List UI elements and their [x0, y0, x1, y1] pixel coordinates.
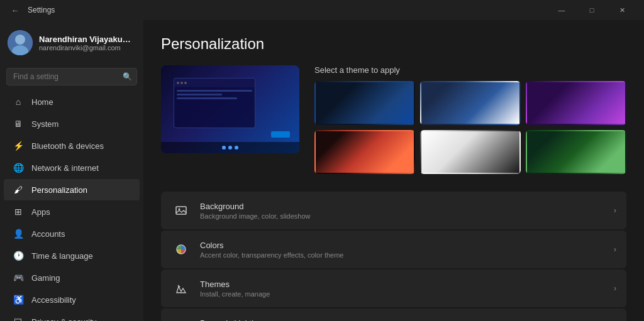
dynamic-lighting-name: Dynamic Lighting	[200, 318, 614, 322]
themes-desc: Install, create, manage	[200, 290, 614, 298]
network-icon: 🌐	[13, 162, 24, 173]
sidebar-item-label-personalization: Personalization	[31, 185, 87, 195]
preview-line	[177, 94, 222, 95]
back-button[interactable]: ←	[8, 3, 23, 18]
preview-line	[177, 90, 252, 92]
theme-option-2[interactable]	[420, 81, 521, 125]
preview-window	[174, 78, 255, 128]
gaming-icon: 🎮	[13, 272, 24, 283]
theme-option-1[interactable]	[314, 81, 415, 125]
accounts-icon: 👤	[13, 228, 24, 239]
preview-titlebar	[174, 79, 255, 87]
close-button[interactable]: ✕	[608, 0, 636, 20]
sidebar-item-privacy[interactable]: 🛡Privacy & security	[4, 311, 140, 321]
svg-point-4	[179, 209, 180, 210]
themes-name: Themes	[200, 280, 614, 289]
background-name: Background	[200, 202, 614, 211]
search-input[interactable]	[6, 68, 137, 85]
sidebar-item-label-apps: Apps	[31, 207, 50, 217]
titlebar: ← Settings — □ ✕	[0, 0, 644, 20]
colors-text: ColorsAccent color, transparency effects…	[200, 241, 614, 259]
colors-desc: Accent color, transparency effects, colo…	[200, 251, 614, 259]
sidebar-item-apps[interactable]: ⊞Apps	[4, 201, 140, 222]
sidebar-item-home[interactable]: ⌂Home	[4, 91, 140, 112]
bluetooth-icon: ⚡	[13, 140, 24, 151]
user-email: narendiranviki@gmail.com	[39, 44, 136, 52]
search-box[interactable]: 🔍	[6, 68, 137, 85]
svg-point-1	[15, 35, 25, 45]
apps-icon: ⊞	[13, 206, 24, 217]
search-icon: 🔍	[123, 72, 132, 81]
theme-select-label: Select a theme to apply	[314, 65, 626, 75]
sidebar-item-bluetooth[interactable]: ⚡Bluetooth & devices	[4, 135, 140, 156]
sidebar-item-personalization[interactable]: 🖌Personalization	[4, 179, 140, 200]
user-name: Narendhiran Vijayakumar	[39, 35, 136, 44]
sidebar-item-label-bluetooth: Bluetooth & devices	[31, 141, 104, 151]
taskbar-dot	[235, 146, 238, 150]
theme-section: Select a theme to apply	[161, 65, 626, 174]
user-profile[interactable]: Narendhiran Vijayakumar narendiranviki@g…	[0, 20, 143, 65]
preview-content	[174, 87, 255, 104]
background-icon	[171, 200, 191, 220]
preview-dot	[177, 82, 179, 84]
sidebar-item-label-network: Network & internet	[31, 163, 99, 173]
settings-item-colors[interactable]: ColorsAccent color, transparency effects…	[161, 231, 626, 268]
window-controls: — □ ✕	[547, 0, 636, 20]
taskbar-dot	[222, 146, 226, 150]
sidebar-item-label-gaming: Gaming	[31, 273, 60, 283]
theme-option-5[interactable]	[420, 130, 521, 174]
user-info: Narendhiran Vijayakumar narendiranviki@g…	[39, 35, 136, 52]
titlebar-title: Settings	[28, 6, 55, 14]
settings-item-background[interactable]: BackgroundBackground image, color, slide…	[161, 192, 626, 229]
themes-icon	[171, 278, 191, 298]
maximize-button[interactable]: □	[577, 0, 606, 20]
time-icon: 🕐	[13, 250, 24, 261]
colors-icon	[171, 239, 191, 259]
themes-text: ThemesInstall, create, manage	[200, 280, 614, 298]
preview-dot	[184, 82, 187, 84]
preview-taskbar	[161, 142, 299, 153]
taskbar-dot	[228, 146, 232, 150]
current-theme-preview	[161, 65, 299, 153]
svg-rect-3	[176, 207, 186, 214]
content-area: Personalization	[143, 20, 644, 321]
sidebar: Narendhiran Vijayakumar narendiranviki@g…	[0, 20, 143, 321]
sidebar-item-accounts[interactable]: 👤Accounts	[4, 223, 140, 244]
sidebar-item-network[interactable]: 🌐Network & internet	[4, 157, 140, 178]
background-desc: Background image, color, slideshow	[200, 212, 614, 220]
settings-list: BackgroundBackground image, color, slide…	[161, 192, 626, 321]
colors-chevron-icon: ›	[614, 245, 616, 254]
accessibility-icon: ♿	[13, 294, 24, 305]
colors-name: Colors	[200, 241, 614, 250]
system-icon: 🖥	[13, 118, 24, 129]
sidebar-item-label-home: Home	[31, 97, 53, 107]
personalization-icon: 🖌	[13, 184, 24, 195]
sidebar-item-label-time: Time & language	[31, 251, 93, 261]
main-layout: Narendhiran Vijayakumar narendiranviki@g…	[0, 20, 644, 321]
theme-option-4[interactable]	[314, 130, 415, 174]
sidebar-item-time[interactable]: 🕐Time & language	[4, 245, 140, 266]
avatar	[8, 30, 33, 55]
sidebar-item-label-accessibility: Accessibility	[31, 295, 76, 305]
minimize-button[interactable]: —	[547, 0, 576, 20]
nav-list: ⌂Home🖥System⚡Bluetooth & devices🌐Network…	[0, 90, 143, 321]
background-chevron-icon: ›	[614, 206, 616, 215]
sidebar-item-label-system: System	[31, 119, 58, 129]
theme-option-3[interactable]	[526, 81, 626, 125]
privacy-icon: 🛡	[13, 316, 24, 321]
preview-line	[177, 97, 237, 99]
sidebar-item-system[interactable]: 🖥System	[4, 113, 140, 134]
preview-button	[271, 131, 290, 138]
page-title: Personalization	[161, 35, 626, 53]
theme-selection: Select a theme to apply	[314, 65, 626, 174]
settings-item-themes[interactable]: ThemesInstall, create, manage›	[161, 269, 626, 307]
sidebar-item-label-accounts: Accounts	[31, 229, 65, 239]
sidebar-item-label-privacy: Privacy & security	[31, 317, 96, 322]
home-icon: ⌂	[13, 96, 24, 107]
preview-dot	[180, 82, 183, 84]
sidebar-item-accessibility[interactable]: ♿Accessibility	[4, 289, 140, 310]
dynamic-lighting-text: Dynamic LightingConnected devices, effec…	[200, 318, 614, 322]
settings-item-dynamic-lighting[interactable]: Dynamic LightingConnected devices, effec…	[161, 308, 626, 321]
sidebar-item-gaming[interactable]: 🎮Gaming	[4, 267, 140, 288]
theme-option-6[interactable]	[526, 130, 626, 174]
